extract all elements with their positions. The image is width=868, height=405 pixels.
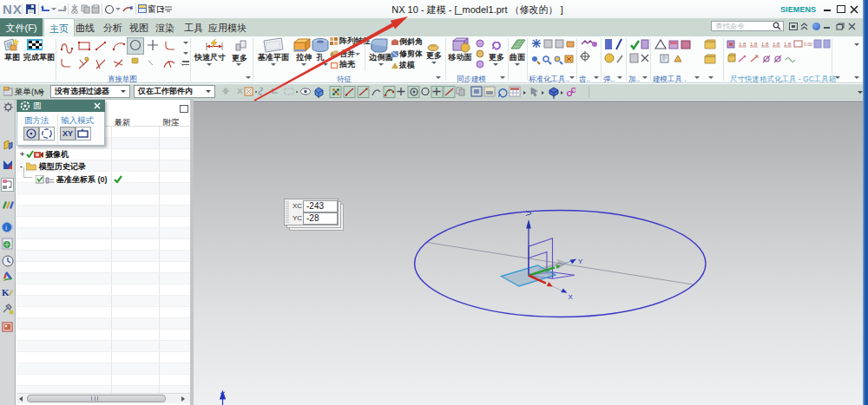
svg-text:X: X (569, 293, 574, 301)
svg-text:1:8: 1:8 (761, 42, 769, 47)
svg-text:Y: Y (578, 258, 583, 265)
svg-text:1:8: 1:8 (750, 42, 758, 47)
svg-text:0.00: 0.00 (804, 42, 812, 47)
svg-text:K: K (2, 287, 10, 297)
svg-text:1:8: 1:8 (773, 42, 780, 47)
svg-text:1:8: 1:8 (784, 42, 792, 47)
svg-text:1:8: 1:8 (739, 42, 746, 47)
